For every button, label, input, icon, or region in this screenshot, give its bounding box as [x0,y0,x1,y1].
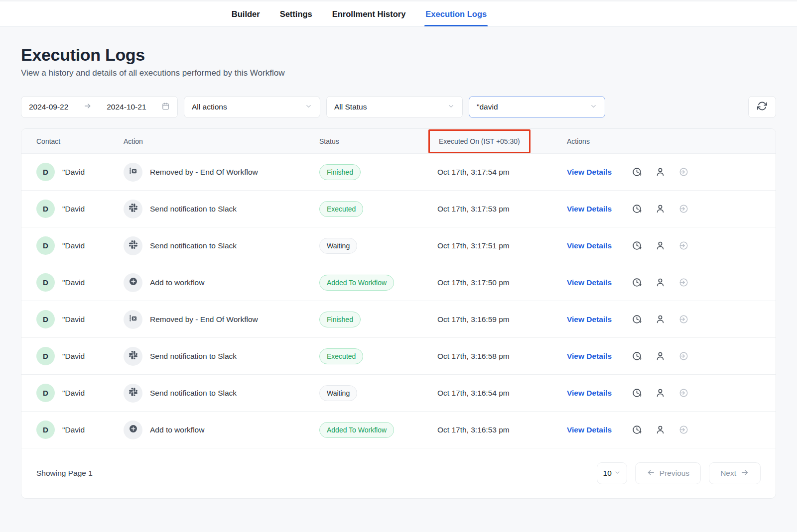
action-icon-circle [124,236,142,255]
user-icon[interactable] [655,425,665,435]
contact-name: "David [62,352,85,361]
user-icon[interactable] [655,240,665,251]
view-details-link[interactable]: View Details [567,389,612,398]
action-label: Send notification to Slack [150,352,237,361]
chevron-down-icon [614,469,621,478]
view-details-link[interactable]: View Details [567,315,612,324]
status-badge: Added To Workflow [319,422,394,438]
calendar-icon [161,102,170,112]
history-icon[interactable] [632,240,642,251]
view-details-link[interactable]: View Details [567,352,612,361]
tab-settings[interactable]: Settings [280,1,312,26]
action-label: Removed by - End Of Workflow [150,315,258,324]
action-cell: Removed by - End Of Workflow [124,163,319,182]
action-label: Send notification to Slack [150,205,237,213]
status-cell: Added To Workflow [319,422,437,438]
action-filter-select[interactable]: All actions [184,96,320,118]
enter-workflow-icon[interactable] [678,277,689,288]
contact-cell: D "David [36,384,124,402]
action-icon-circle [124,384,142,403]
history-icon[interactable] [632,277,642,288]
enter-workflow-icon[interactable] [678,388,689,398]
actions-cell: View Details [567,314,761,324]
contact-name: "David [62,315,85,324]
history-icon[interactable] [632,314,642,324]
action-filter-value: All actions [192,103,227,111]
history-icon[interactable] [632,425,642,435]
page-size-select[interactable]: 10 [597,462,627,484]
action-cell: Add to workflow [124,273,319,292]
date-to-value[interactable]: 2024-10-21 [107,103,146,111]
contact-search-value: "david [477,103,498,111]
avatar: D [36,273,55,292]
column-header-actions: Actions [567,137,761,145]
enter-workflow-icon[interactable] [678,204,689,214]
action-cell: Send notification to Slack [124,347,319,366]
table-row: D "David Send notification to Slack Exec… [21,191,776,227]
view-details-link[interactable]: View Details [567,168,612,177]
executed-on-cell: Oct 17th, 3:17:54 pm [437,168,567,177]
date-range-picker[interactable]: 2024-09-22 2024-10-21 [21,96,178,118]
executed-on-cell: Oct 17th, 3:16:53 pm [437,426,567,434]
refresh-button[interactable] [748,96,776,118]
executed-on-cell: Oct 17th, 3:17:50 pm [437,278,567,287]
user-icon[interactable] [655,351,665,361]
enter-workflow-icon[interactable] [678,351,689,361]
arrow-right-icon [741,468,749,479]
contact-name: "David [62,426,85,434]
history-icon[interactable] [632,351,642,361]
highlight-box-executed-on: Executed On (IST +05:30) [428,129,531,153]
user-icon[interactable] [655,314,665,324]
status-cell: Finished [319,312,437,327]
date-from-value[interactable]: 2024-09-22 [29,103,68,111]
user-icon[interactable] [655,277,665,288]
actions-cell: View Details [567,204,761,214]
column-header-contact: Contact [36,137,124,145]
previous-page-button[interactable]: Previous [635,462,701,484]
action-cell: Send notification to Slack [124,200,319,218]
view-details-link[interactable]: View Details [567,205,612,213]
table-row: D "David Add to workflow Added To Workfl… [21,264,776,301]
user-icon[interactable] [655,388,665,398]
user-icon[interactable] [655,204,665,214]
avatar: D [36,310,55,328]
action-label: Add to workflow [150,278,204,287]
actions-cell: View Details [567,425,761,435]
view-details-link[interactable]: View Details [567,426,612,434]
next-page-button[interactable]: Next [709,462,761,484]
contact-name: "David [62,389,85,398]
action-label: Send notification to Slack [150,389,237,398]
status-cell: Added To Workflow [319,275,437,291]
history-icon[interactable] [632,204,642,214]
page-size-value: 10 [603,469,612,478]
tab-builder[interactable]: Builder [232,1,260,26]
action-icon-circle [124,421,142,439]
action-icon-circle [124,273,142,292]
avatar: D [36,347,55,365]
action-icon-circle [124,200,142,218]
actions-cell: View Details [567,240,761,251]
status-badge: Executed [319,348,363,364]
slack-icon [129,204,137,214]
action-icon-circle [124,163,142,182]
enter-workflow-icon[interactable] [678,240,689,251]
enter-workflow-icon[interactable] [678,314,689,324]
status-filter-select[interactable]: All Status [326,96,463,118]
contact-search-select[interactable]: "david [469,96,605,118]
view-details-link[interactable]: View Details [567,278,612,287]
view-details-link[interactable]: View Details [567,241,612,250]
history-icon[interactable] [632,167,642,177]
chevron-down-icon [305,103,312,112]
tab-enrollment-history[interactable]: Enrollment History [332,1,406,26]
enter-workflow-icon[interactable] [678,167,689,177]
action-label: Add to workflow [150,426,204,434]
filter-bar: 2024-09-22 2024-10-21 All actions All St… [21,96,776,118]
enter-workflow-icon[interactable] [678,425,689,435]
action-cell: Send notification to Slack [124,236,319,255]
previous-label: Previous [660,469,689,478]
slack-icon [129,388,137,398]
next-label: Next [720,469,736,478]
user-icon[interactable] [655,167,665,177]
tab-execution-logs[interactable]: Execution Logs [425,1,487,26]
history-icon[interactable] [632,388,642,398]
